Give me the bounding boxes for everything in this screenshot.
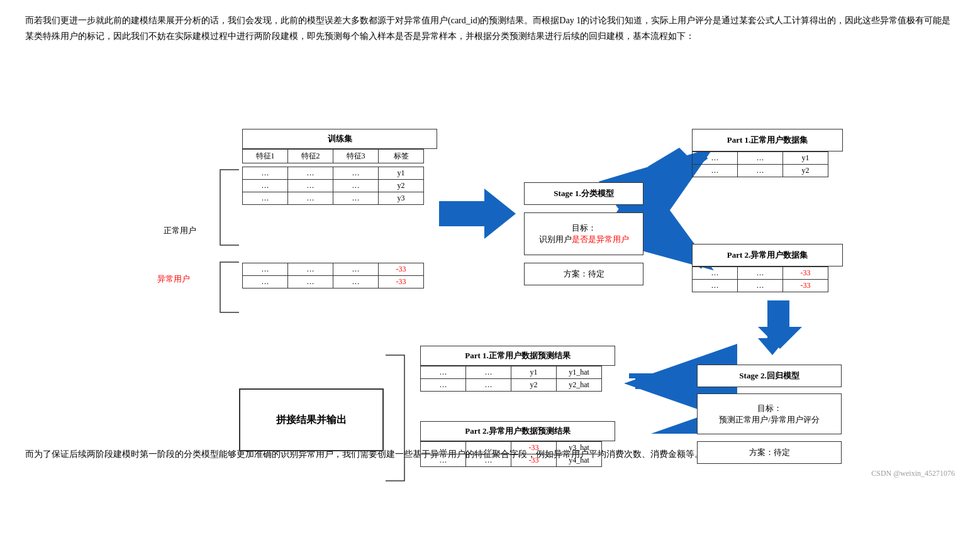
train-set-header: 训练集 xyxy=(242,129,437,149)
intro-paragraph: 而若我们更进一步就此前的建模结果展开分析的话，我们会发现，此前的模型误差大多数都… xyxy=(25,13,955,44)
normal-brace-svg xyxy=(208,167,245,248)
stage1-pending-box: 方案：待定 xyxy=(524,263,643,285)
stage1-target-box: 目标： 识别用户是否是异常用户 xyxy=(524,212,643,255)
part2-table: … … -33 …… -33 xyxy=(692,267,828,292)
stage1-box: Stage 1.分类模型 xyxy=(524,182,643,205)
part1-table: … … y1 ……y2 xyxy=(692,151,828,177)
part2-header: Part 2.异常用户数据集 xyxy=(692,244,843,267)
normal-rows: … … … y1 ……… y2 ……… y3 xyxy=(242,167,424,205)
arrow-to-part1 xyxy=(648,148,692,189)
part1-predict-header: Part 1.正常用户数据预测结果 xyxy=(420,346,615,366)
csdn-watermark: CSDN @weixin_45271076 xyxy=(25,469,955,478)
abnormal-user-label: 异常用户 xyxy=(157,273,190,285)
part2-predict-header: Part 2.异常用户数据预测结果 xyxy=(420,421,615,441)
down-arrow-part2 xyxy=(758,300,786,355)
concat-box: 拼接结果并输出 xyxy=(239,388,384,451)
stage2-box: Stage 2.回归模型 xyxy=(697,365,842,387)
arrow-to-stage1 xyxy=(439,189,516,239)
abnormal-brace-svg xyxy=(208,259,245,316)
arrow-down-to-bottom xyxy=(758,300,802,349)
stage2-pending-box: 方案：待定 xyxy=(697,441,842,464)
part1-predict-table: … … y1 y1_hat ……y2y2_hat xyxy=(420,366,602,392)
bottom-brace-svg xyxy=(382,352,420,484)
part1-header: Part 1.正常用户数据集 xyxy=(692,129,843,151)
train-table-header: 特征1 特征2 特征3 标签 xyxy=(242,149,424,163)
stage2-target-box: 目标： 预测正常用户/异常用户评分 xyxy=(697,393,842,434)
part2-predict-table: … … -33 y3_hat …… -33 y4_hat xyxy=(420,441,602,467)
arrow-to-part1pred xyxy=(629,368,697,383)
diagram-area: 训练集 特征1 特征2 特征3 标签 正常用户 … … … y1 xyxy=(25,57,955,434)
normal-user-label: 正常用户 xyxy=(164,225,196,236)
abnormal-rows: … … … -33 ……… -33 xyxy=(242,263,424,288)
